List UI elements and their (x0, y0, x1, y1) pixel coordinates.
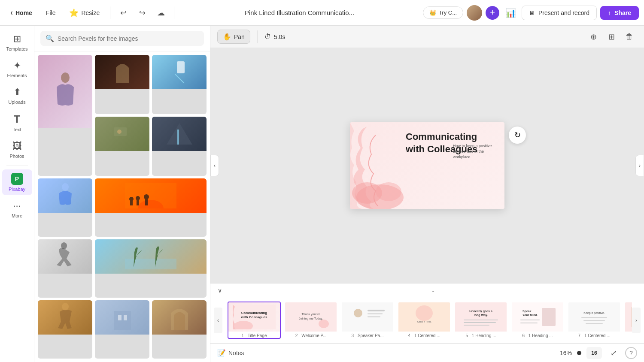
slide-subtitle: How to keep a positive atmosphere in the… (453, 143, 496, 160)
sidebar-item-pixabay[interactable]: P Pixabay (2, 169, 32, 195)
analytics-button[interactable]: 📊 (503, 5, 518, 21)
photo-item[interactable] (38, 55, 92, 176)
undo-button[interactable]: ↩ (115, 5, 131, 21)
collapse-right-button[interactable]: › (635, 155, 644, 176)
svg-rect-55 (583, 320, 605, 321)
slide-thumb-2[interactable]: Thank you for Joining me Today. 2 - Welc… (284, 302, 337, 339)
building-photo (112, 302, 133, 332)
filmstrip-nav-right[interactable]: › (632, 308, 641, 333)
sidebar-item-photos[interactable]: 🖼 Photos (2, 137, 32, 162)
uploads-icon: ⬆ (13, 87, 21, 98)
travel-photo (112, 123, 133, 145)
slide-thumb-1[interactable]: Communicating with Colleagues 1 - Title … (228, 302, 281, 339)
thumb-slide-4: Keep it Feel. (403, 305, 446, 329)
photo-item[interactable] (38, 239, 92, 298)
sidebar-item-templates[interactable]: ⊞ Templates (2, 30, 32, 55)
slide-thumb-4[interactable]: Keep it Feel. 4 - 1 Centered ... (398, 302, 451, 339)
sidebar-item-more[interactable]: ··· More (2, 197, 32, 222)
add-collaborator-button[interactable]: + (486, 6, 499, 20)
svg-point-6 (62, 183, 69, 191)
svg-rect-1 (177, 61, 185, 73)
thumb-slide-3 (346, 305, 389, 329)
sidebar-label-pixabay: Pixabay (9, 187, 25, 192)
thumb-slide-2: Thank you for Joining me Today. (289, 305, 332, 329)
svg-rect-35 (368, 313, 383, 314)
share-button[interactable]: ↑ Share (600, 6, 639, 20)
canvas-viewport: ‹ Communicatingwith Colleagues (210, 48, 644, 283)
photo-item[interactable] (152, 55, 207, 114)
slide-container: Communicatingwith Colleagues How to keep… (350, 122, 504, 209)
svg-text:Keep it Feel.: Keep it Feel. (417, 320, 431, 323)
thumb-label-1: 1 - Title Page (228, 333, 280, 338)
svg-point-3 (117, 130, 122, 134)
help-button[interactable]: ? (625, 347, 637, 359)
svg-text:Speak: Speak (522, 310, 532, 313)
svg-rect-40 (459, 305, 502, 329)
svg-text:long Way.: long Way. (474, 314, 488, 317)
present-button[interactable]: 🖥 Present and record (522, 6, 597, 20)
page-indicator: 16 (586, 347, 602, 359)
svg-text:Communicating: Communicating (241, 311, 267, 315)
pixabay-icon: P (11, 173, 23, 185)
photo-item[interactable] (95, 178, 207, 237)
sidebar-item-elements[interactable]: ✦ Elements (2, 57, 32, 81)
elements-icon: ✦ (13, 60, 21, 71)
refresh-button[interactable]: ↻ (509, 127, 526, 144)
home-button[interactable]: ‹ Home (5, 6, 37, 20)
svg-point-17 (62, 303, 69, 311)
slide-thumb-7[interactable]: Keep it positive. 7 - 1 Centered ... (568, 302, 621, 339)
photo-item[interactable] (38, 300, 92, 359)
main-slide[interactable]: Communicatingwith Colleagues How to keep… (350, 122, 504, 209)
notes-button[interactable]: 📝 Notes (217, 349, 244, 357)
expand-filmstrip-button[interactable]: ∨ (214, 284, 226, 296)
photo-item[interactable] (152, 117, 207, 176)
svg-point-38 (416, 305, 433, 321)
thumb-label-7: 7 - 1 Centered ... (568, 333, 620, 338)
resize-button[interactable]: ⭐ Resize (64, 6, 105, 20)
photo-item[interactable] (152, 300, 207, 359)
try-canva-button[interactable]: 👑 Try C... (423, 6, 463, 19)
search-input[interactable] (58, 35, 199, 42)
pan-button[interactable]: ✋ Pan (217, 30, 250, 44)
svg-marker-4 (167, 123, 192, 145)
svg-rect-52 (573, 305, 616, 329)
sidebar-label-templates: Templates (6, 46, 27, 51)
photo-item[interactable] (95, 55, 149, 114)
arch-silhouette (114, 59, 131, 85)
sidebar-item-uploads[interactable]: ⬆ Uploads (2, 83, 32, 108)
delete-canvas-button[interactable]: 🗑 (622, 29, 637, 45)
svg-rect-45 (464, 325, 489, 326)
photo-item[interactable] (95, 300, 149, 359)
crown-icon: 👑 (429, 9, 436, 16)
avatar-image (467, 5, 482, 21)
more-icon: ··· (13, 200, 21, 211)
filmstrip-nav-left[interactable]: ‹ (214, 308, 222, 333)
person-sitting (57, 183, 74, 208)
redo-button[interactable]: ↪ (134, 5, 150, 21)
save-button[interactable]: ☁ (153, 5, 169, 21)
filmstrip: ∨ ⌄ ‹ Communicating (210, 283, 644, 343)
clock-icon: ⏱ (264, 33, 271, 41)
add-page-button[interactable]: ⊕ (586, 29, 601, 45)
slide-thumb-6[interactable]: Speak Your Mind. 6 - 1 Heading ... (511, 302, 564, 339)
collapse-left-button[interactable]: ‹ (210, 155, 219, 176)
filmstrip-scroll: Communicating with Colleagues 1 - Title … (222, 297, 632, 343)
thumb-label-6: 6 - 1 Heading ... (512, 333, 563, 338)
dancer-silhouette (55, 241, 76, 272)
photo-item[interactable] (95, 239, 207, 298)
home-label: Home (15, 9, 32, 16)
sidebar-label-more: More (12, 213, 22, 218)
slide-thumb-8[interactable]: 8 - 1 Heading ... (624, 302, 632, 339)
resize-canvas-button[interactable]: ⊞ (604, 29, 619, 45)
text-icon: T (14, 113, 20, 125)
slide-thumb-5[interactable]: Honestly goes a long Way. 5 - 1 Heading … (454, 302, 507, 339)
slide-thumb-3[interactable]: 3 - Speaker Pa... (341, 302, 394, 339)
file-button[interactable]: File (41, 7, 61, 19)
sidebar-item-text[interactable]: T Text (2, 110, 32, 136)
photo-item[interactable] (95, 117, 149, 176)
expand-button[interactable]: ⤢ (607, 347, 620, 359)
monitor-icon: 🖥 (529, 9, 535, 16)
svg-rect-10 (130, 199, 133, 205)
pan-icon: ✋ (223, 33, 231, 41)
photo-item[interactable] (38, 178, 92, 237)
